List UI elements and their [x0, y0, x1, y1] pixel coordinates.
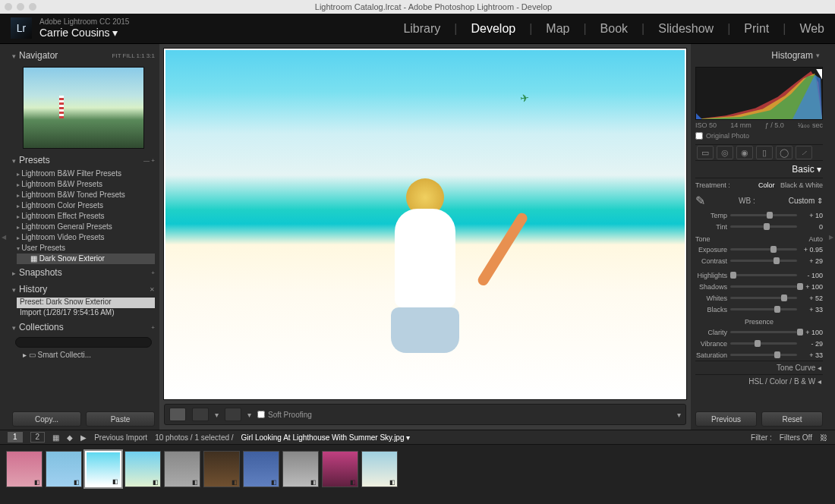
grid-icon[interactable]: ▦	[52, 433, 59, 442]
treatment-bw[interactable]: Black & White	[780, 181, 823, 189]
collection-item[interactable]: ▸ ▭ Smart Collecti...	[12, 349, 155, 361]
before-after-icon[interactable]	[192, 408, 209, 421]
crop-tool-icon[interactable]: ▭	[697, 146, 714, 159]
history-item[interactable]: Import (1/28/17 9:54:16 AM)	[17, 308, 155, 319]
treatment-color[interactable]: Color	[758, 181, 775, 189]
brush-tool-icon[interactable]: ⟋	[796, 146, 812, 159]
swap-icon[interactable]	[225, 408, 241, 421]
contrast-slider[interactable]: Contrast+ 29	[695, 255, 823, 266]
filmstrip-thumb[interactable]	[282, 451, 319, 487]
module-slideshow[interactable]: Slideshow	[658, 22, 714, 36]
window-controls[interactable]	[5, 3, 36, 11]
basic-panel-header[interactable]: Basic ▾	[695, 161, 823, 178]
snapshots-header[interactable]: ▸Snapshots+	[12, 264, 155, 281]
collections-search[interactable]	[15, 337, 152, 348]
paste-button[interactable]: Paste	[86, 411, 155, 427]
preset-folder[interactable]: Lightroom General Presets	[17, 222, 155, 232]
filmstrip-thumb[interactable]	[6, 451, 43, 487]
brand: Lr Adobe Lightroom CC 2015 Carrie Cousin…	[11, 17, 129, 39]
right-collapser[interactable]: ▶	[827, 44, 835, 430]
module-book[interactable]: Book	[600, 22, 628, 36]
plane-icon: ✈	[519, 91, 530, 105]
module-develop[interactable]: Develop	[471, 22, 515, 36]
preset-item[interactable]: ▦ Dark Snow Exterior	[17, 254, 155, 264]
soft-proofing-toggle[interactable]: Soft Proofing	[257, 411, 312, 419]
preset-folder[interactable]: Lightroom B&W Filter Presets	[17, 169, 155, 179]
exposure-slider[interactable]: Exposure+ 0.95	[695, 244, 823, 255]
filmstrip-area: 1 2 ▦ ◆ ▶ Previous Import 10 photos / 1 …	[0, 430, 835, 504]
tone-curve-header[interactable]: Tone Curve ◂	[695, 361, 823, 374]
preset-folder[interactable]: Lightroom Video Presets	[17, 232, 155, 243]
history-item[interactable]: Preset: Dark Snow Exterior	[17, 298, 155, 308]
highlights-slider[interactable]: Highlights- 100	[695, 269, 823, 281]
preset-folder[interactable]: Lightroom B&W Toned Presets	[17, 190, 155, 200]
radial-tool-icon[interactable]: ◯	[776, 146, 792, 159]
histogram-chart[interactable]	[695, 67, 823, 120]
left-collapser[interactable]: ◀	[0, 44, 8, 430]
saturation-slider[interactable]: Saturation+ 33	[695, 349, 823, 361]
tint-slider[interactable]: Tint0	[695, 221, 823, 232]
module-map[interactable]: Map	[546, 22, 569, 36]
filmstrip-thumb[interactable]	[361, 451, 398, 487]
gradient-tool-icon[interactable]: ▯	[756, 146, 773, 159]
history-header[interactable]: ▾History✕	[12, 281, 155, 298]
user-name[interactable]: Carrie Cousins ▾	[39, 27, 129, 39]
copy-button[interactable]: Copy...	[12, 411, 81, 427]
filmstrip-thumb[interactable]	[124, 451, 161, 487]
filmstrip-thumb[interactable]	[46, 451, 82, 487]
image-canvas[interactable]: ✈	[164, 49, 686, 399]
filmstrip-thumb[interactable]	[203, 451, 240, 487]
app-version: Adobe Lightroom CC 2015	[39, 17, 129, 27]
display-2[interactable]: 2	[30, 432, 46, 443]
temp-slider[interactable]: Temp+ 10	[695, 209, 823, 221]
display-1[interactable]: 1	[8, 432, 23, 443]
filmstrip-thumb[interactable]	[164, 451, 200, 487]
next-photo-icon[interactable]: ▶	[80, 433, 87, 442]
filter-lock-icon[interactable]: ⛓	[820, 433, 827, 442]
navigator-thumbnail[interactable]	[23, 67, 144, 149]
whites-slider[interactable]: Whites+ 52	[695, 292, 823, 304]
hsl-header[interactable]: HSL / Color / B & W ◂	[695, 374, 823, 388]
auto-tone[interactable]: Auto	[808, 235, 823, 243]
treatment-row: Treatment : Color Black & White	[695, 178, 823, 192]
preset-folder[interactable]: User Presets	[17, 243, 155, 254]
filename-label[interactable]: Girl Looking At Lighthouse With Summer S…	[241, 433, 411, 442]
wb-mode-dropdown[interactable]: Custom ⇕	[789, 197, 823, 205]
preset-folder[interactable]: Lightroom Color Presets	[17, 200, 155, 211]
preset-folder[interactable]: Lightroom Effect Presets	[17, 211, 155, 222]
loupe-view-icon[interactable]	[169, 408, 186, 421]
filmstrip-thumb[interactable]	[85, 451, 121, 487]
previous-button[interactable]: Previous	[695, 411, 757, 427]
exif-info: ISO 5014 mmƒ / 5.0¹⁄₄₀₀ sec	[695, 120, 823, 131]
redeye-tool-icon[interactable]: ◉	[736, 146, 753, 159]
filter-mode[interactable]: Filters Off	[780, 433, 812, 442]
shadows-slider[interactable]: Shadows+ 100	[695, 281, 823, 292]
histogram-header[interactable]: Histogram ▾	[695, 47, 823, 64]
clarity-slider[interactable]: Clarity+ 100	[695, 326, 823, 338]
spot-tool-icon[interactable]: ◎	[717, 146, 733, 159]
photo-subject	[357, 178, 493, 391]
module-print[interactable]: Print	[744, 22, 769, 36]
app-header: Lr Adobe Lightroom CC 2015 Carrie Cousin…	[0, 14, 835, 44]
presets-header[interactable]: ▾Presets — +	[12, 152, 155, 169]
reset-button[interactable]: Reset	[761, 411, 823, 427]
filmstrip-thumb[interactable]	[322, 451, 358, 487]
blacks-slider[interactable]: Blacks+ 33	[695, 304, 823, 315]
collections-header[interactable]: ▾Collections+	[12, 319, 155, 335]
filmstrip-thumb[interactable]	[243, 451, 279, 487]
source-label[interactable]: Previous Import	[94, 433, 147, 442]
toolbar-expand-icon[interactable]: ▾	[677, 411, 681, 419]
preset-folder[interactable]: Lightroom B&W Presets	[17, 179, 155, 190]
module-library[interactable]: Library	[403, 22, 440, 36]
filmstrip	[0, 445, 835, 504]
original-photo-toggle[interactable]: Original Photo	[695, 131, 823, 144]
eyedropper-icon[interactable]: ✎	[695, 194, 705, 208]
navigator-header[interactable]: ▾Navigator FIT FILL 1:1 3:1	[12, 47, 155, 64]
module-web[interactable]: Web	[799, 22, 824, 36]
vibrance-slider[interactable]: Vibrance- 29	[695, 338, 823, 349]
info-strip: 1 2 ▦ ◆ ▶ Previous Import 10 photos / 1 …	[0, 430, 835, 445]
window-titlebar: Lightroom Catalog.lrcat - Adobe Photosho…	[0, 0, 835, 14]
module-tabs: Library|Develop|Map|Book|Slideshow|Print…	[403, 22, 824, 36]
photo-count: 10 photos / 1 selected /	[155, 433, 233, 442]
prev-photo-icon[interactable]: ◆	[67, 433, 73, 442]
